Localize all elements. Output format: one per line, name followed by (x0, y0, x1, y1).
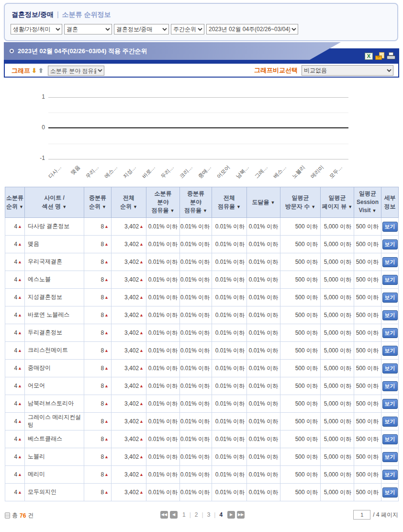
view-button[interactable]: 보기 (382, 434, 398, 444)
view-button[interactable]: 보기 (382, 346, 398, 356)
section-title-tab: 2023년 02월 04주(02/26~03/04) 적용 주간순위 (4, 42, 341, 60)
excel-export-icon[interactable]: X (365, 53, 373, 60)
sort-arrow-icon[interactable]: ▼ (311, 204, 315, 209)
sort-arrow-icon[interactable]: ▼ (271, 200, 275, 205)
view-button[interactable]: 보기 (382, 470, 398, 480)
column-header-4[interactable]: 소분류 분야 점유율▼ (146, 187, 180, 218)
select-week[interactable]: 2023년 02월 04주(02/26~03/04) (206, 24, 298, 34)
column-header-9[interactable]: 일평균 페이지 뷰▼ (321, 187, 354, 218)
up-arrow-icon: ▲ (139, 490, 144, 495)
column-header-1[interactable]: 사이트 / 섹션 명▼ (25, 187, 84, 218)
view-button[interactable]: 보기 (382, 222, 398, 232)
cell-site-name[interactable]: 맺음 (25, 236, 84, 253)
up-arrow-icon: ▲ (139, 472, 144, 477)
cell-site-name[interactable]: 중매장이 (25, 360, 84, 377)
column-header-0[interactable]: 소분류 순위▼ (5, 187, 25, 218)
x-tick-label: 에스… (103, 164, 119, 180)
column-header-5[interactable]: 중분류 분야 점유율▼ (180, 187, 212, 218)
column-header-3[interactable]: 전체 순위▼ (112, 187, 146, 218)
cell-site-name[interactable]: 노블리 (25, 448, 84, 466)
up-arrow-icon: ▲ (104, 384, 109, 388)
chart-area: 1 0 -1 다사…맺음우리…에스…지성…바로…두리…크리…중매…어모어남북…그… (0, 81, 403, 185)
view-button[interactable]: 보기 (382, 275, 398, 285)
sort-arrow-icon[interactable]: ▼ (170, 208, 175, 213)
cell-detail: 보기 (381, 218, 399, 236)
graph-metric-select[interactable]: 소분류 분야 점유율 (48, 66, 104, 76)
sort-arrow-icon[interactable]: ▼ (62, 204, 67, 209)
cell-site-name[interactable]: 두리결혼정보 (25, 324, 84, 342)
sort-arrow-icon[interactable]: ▼ (133, 204, 137, 209)
cell-daily-pageviews: 5,000 이하 (321, 430, 354, 448)
select-main-category[interactable]: 생활/가정/취미 (11, 24, 62, 34)
view-button[interactable]: 보기 (382, 363, 398, 374)
column-header-10[interactable]: 일평균 Session Visit▼ (354, 187, 381, 218)
view-button[interactable]: 보기 (382, 417, 398, 427)
cell-site-name[interactable]: 크리스천메이트 (25, 342, 84, 360)
next-page-button[interactable]: ▶ (227, 511, 235, 519)
view-button[interactable]: 보기 (382, 310, 398, 320)
sort-arrow-icon[interactable]: ▼ (203, 208, 207, 213)
cell-site-name[interactable]: 우리국제결혼 (25, 253, 84, 271)
sort-arrow-icon[interactable]: ▼ (348, 204, 352, 209)
page-number-1[interactable]: 1 (182, 511, 186, 518)
cell-site-name[interactable]: 어모어 (25, 377, 84, 395)
column-header-8[interactable]: 일평균 방문자 수▼ (280, 187, 321, 218)
cell-site-name[interactable]: 바로연 노블레스 (25, 306, 84, 324)
subcategory-title[interactable]: 소분류 순위정보 (62, 11, 111, 18)
table-row: 4▲ 메리미 8▲ 3,402▲ 0.01% 이하 0.01% 이하 0.01%… (5, 466, 399, 484)
up-arrow-icon: ▲ (104, 348, 109, 353)
cell-reach: 0.01% 이하 (247, 236, 280, 253)
view-button[interactable]: 보기 (382, 328, 398, 338)
cell-site-name[interactable]: 지성결혼정보 (25, 289, 84, 306)
cell-site-name[interactable]: 에스노블 (25, 271, 84, 289)
column-header-6[interactable]: 전체 점유율▼ (212, 187, 247, 218)
column-header-7[interactable]: 도달율▼ (247, 187, 280, 218)
graph-compare-label: 그래프비교선택 (254, 66, 298, 75)
select-sub-category[interactable]: 결혼정보/중매 (114, 24, 169, 34)
total-suffix: 건 (28, 511, 34, 520)
cell-reach: 0.01% 이하 (247, 342, 280, 360)
sort-arrow-icon[interactable]: ▼ (102, 204, 106, 209)
first-page-button[interactable]: ◀◀ (160, 511, 168, 519)
cell-total-share: 0.01% 이하 (212, 448, 247, 466)
page-number-3[interactable]: 3 (207, 511, 211, 518)
column-header-2[interactable]: 중분류 순위▼ (84, 187, 112, 218)
cell-total-rank: 3,402▲ (112, 218, 146, 236)
cell-site-name[interactable]: 모두의지인 (25, 484, 84, 501)
page-number-4[interactable]: 4 (219, 511, 223, 518)
view-button[interactable]: 보기 (382, 257, 398, 267)
sort-arrow-icon[interactable]: ▼ (372, 208, 377, 213)
sort-descending-icon[interactable]: ⬇ (32, 67, 37, 74)
table-row: 4▲ 중매장이 8▲ 3,402▲ 0.01% 이하 0.01% 이하 0.01… (5, 360, 399, 377)
sort-ascending-icon[interactable]: ⬆ (38, 67, 44, 74)
table-row: 4▲ 우리국제결혼 8▲ 3,402▲ 0.01% 이하 0.01% 이하 0.… (5, 253, 399, 271)
print-icon[interactable] (387, 52, 395, 60)
view-button[interactable]: 보기 (382, 487, 398, 498)
table-row: 4▲ 그레이스 메리지컨설팅 8▲ 3,402▲ 0.01% 이하 0.01% … (5, 413, 399, 430)
view-button[interactable]: 보기 (382, 239, 398, 249)
sort-arrow-icon[interactable]: ▼ (236, 204, 241, 209)
cell-mid-rank: 8▲ (84, 484, 112, 501)
page-input[interactable] (353, 510, 370, 520)
view-button[interactable]: 보기 (382, 381, 398, 391)
cell-site-name[interactable]: 베스트클래스 (25, 430, 84, 448)
cell-sub-rank: 4▲ (5, 324, 25, 342)
sort-arrow-icon[interactable]: ▼ (19, 204, 23, 209)
cell-site-name[interactable]: 다사랑 결혼정보 (25, 218, 84, 236)
up-arrow-icon: ▲ (18, 472, 22, 477)
page-number-2[interactable]: 2 (195, 511, 198, 518)
select-mid-category[interactable]: 결혼 (64, 24, 112, 34)
mail-export-icon[interactable] (375, 52, 384, 60)
cell-site-name[interactable]: 그레이스 메리지컨설팅 (25, 413, 84, 430)
view-button[interactable]: 보기 (382, 399, 398, 409)
cell-site-name[interactable]: 남북러브스토리아 (25, 395, 84, 413)
cell-site-name[interactable]: 메리미 (25, 466, 84, 484)
cell-detail: 보기 (381, 289, 399, 306)
cell-detail: 보기 (381, 484, 399, 501)
last-page-button[interactable]: ▶▶ (237, 511, 245, 519)
graph-compare-select[interactable]: 비교없음 (302, 65, 393, 76)
prev-page-button[interactable]: ◀ (170, 511, 178, 519)
select-period-type[interactable]: 주간순위 (171, 24, 204, 34)
view-button[interactable]: 보기 (382, 293, 398, 303)
view-button[interactable]: 보기 (382, 452, 398, 462)
